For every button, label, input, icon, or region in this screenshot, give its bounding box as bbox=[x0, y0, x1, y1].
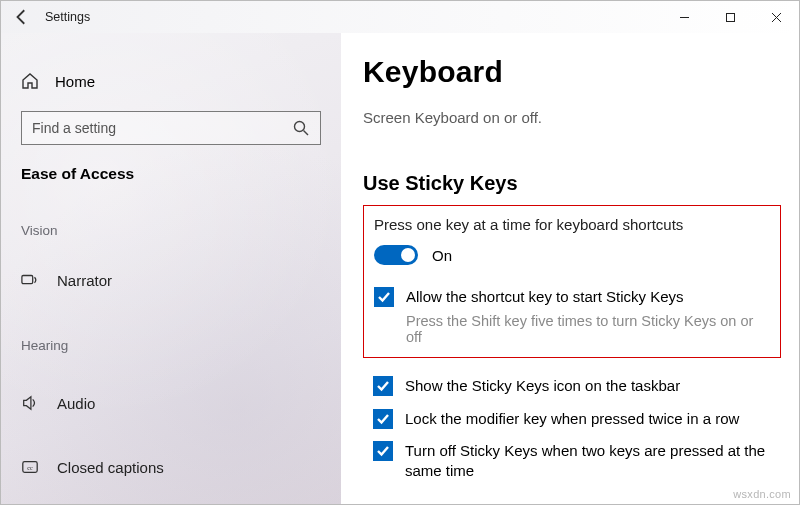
watermark: wsxdn.com bbox=[733, 488, 791, 500]
titlebar: Settings bbox=[1, 1, 799, 33]
section-title: Use Sticky Keys bbox=[363, 172, 781, 195]
sidebar-item-label: Audio bbox=[57, 395, 95, 412]
checkbox-allow-shortcut[interactable] bbox=[374, 287, 394, 307]
search-input[interactable] bbox=[32, 120, 292, 136]
checkbox-label: Show the Sticky Keys icon on the taskbar bbox=[405, 376, 680, 396]
sidebar: Home Ease of Access Vision Narrator Hear… bbox=[1, 33, 341, 504]
checkbox-hint: Press the Shift key five times to turn S… bbox=[406, 313, 766, 345]
sidebar-item-closed-captions[interactable]: cc Closed captions bbox=[21, 447, 321, 487]
sidebar-item-audio[interactable]: Audio bbox=[21, 383, 321, 423]
narrator-icon bbox=[21, 271, 39, 289]
checkbox-label: Turn off Sticky Keys when two keys are p… bbox=[405, 441, 781, 482]
sticky-desc: Press one key at a time for keyboard sho… bbox=[374, 216, 766, 233]
home-icon bbox=[21, 72, 39, 90]
sidebar-item-label: Narrator bbox=[57, 272, 112, 289]
svg-rect-1 bbox=[726, 13, 734, 21]
checkbox-turnoff-two-keys[interactable] bbox=[373, 441, 393, 461]
sidebar-item-label: Closed captions bbox=[57, 459, 164, 476]
svg-point-2 bbox=[295, 122, 305, 132]
back-icon[interactable] bbox=[13, 8, 31, 26]
sidebar-home[interactable]: Home bbox=[21, 61, 321, 101]
svg-rect-4 bbox=[22, 276, 33, 284]
checkbox-taskbar-icon[interactable] bbox=[373, 376, 393, 396]
home-label: Home bbox=[55, 73, 95, 90]
closed-captions-icon: cc bbox=[21, 458, 39, 476]
page-subtitle: Screen Keyboard on or off. bbox=[363, 109, 781, 126]
window-title: Settings bbox=[45, 10, 90, 24]
highlight-box: Press one key at a time for keyboard sho… bbox=[363, 205, 781, 358]
maximize-button[interactable] bbox=[707, 1, 753, 33]
main-content: Keyboard Screen Keyboard on or off. Use … bbox=[341, 33, 799, 504]
svg-text:cc: cc bbox=[27, 464, 33, 471]
checkbox-label: Lock the modifier key when pressed twice… bbox=[405, 409, 739, 429]
group-vision: Vision bbox=[21, 223, 321, 238]
toggle-state: On bbox=[432, 247, 452, 264]
checkbox-lock-modifier[interactable] bbox=[373, 409, 393, 429]
page-title: Keyboard bbox=[363, 55, 781, 89]
search-box[interactable] bbox=[21, 111, 321, 145]
sticky-toggle[interactable] bbox=[374, 245, 418, 265]
minimize-button[interactable] bbox=[661, 1, 707, 33]
svg-line-3 bbox=[304, 131, 309, 136]
search-icon bbox=[292, 119, 310, 137]
sidebar-item-narrator[interactable]: Narrator bbox=[21, 260, 321, 300]
settings-window: Settings Home bbox=[0, 0, 800, 505]
group-hearing: Hearing bbox=[21, 338, 321, 353]
sidebar-category: Ease of Access bbox=[21, 165, 321, 183]
audio-icon bbox=[21, 394, 39, 412]
window-controls bbox=[661, 1, 799, 33]
close-button[interactable] bbox=[753, 1, 799, 33]
checkbox-label: Allow the shortcut key to start Sticky K… bbox=[406, 287, 766, 307]
